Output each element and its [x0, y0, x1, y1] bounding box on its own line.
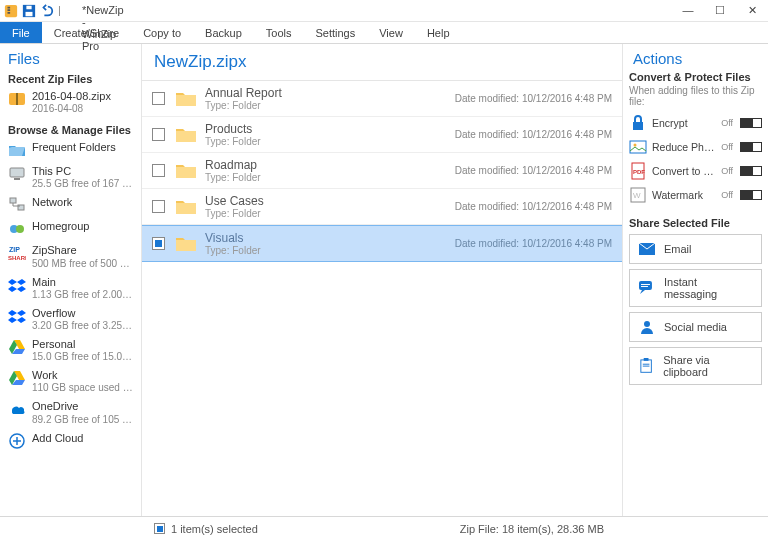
file-name: Roadmap	[205, 158, 261, 172]
ribbon-tab-copy-to[interactable]: Copy to	[131, 22, 193, 43]
file-name: Use Cases	[205, 194, 264, 208]
file-type: Type: Folder	[205, 245, 261, 256]
archive-title: NewZip.zipx	[142, 44, 622, 81]
checkbox[interactable]	[152, 200, 165, 213]
save-icon[interactable]	[22, 4, 36, 18]
share-social-button[interactable]: Social media	[629, 312, 762, 342]
sidebar-item-network[interactable]: Network	[4, 193, 137, 217]
folder-icon	[175, 162, 197, 180]
minimize-button[interactable]: —	[676, 4, 700, 17]
toggle[interactable]	[740, 190, 762, 200]
svg-rect-2	[26, 11, 33, 15]
quick-access-toolbar: | *NewZip - WinZip Pro	[4, 4, 96, 18]
ribbon-tab-help[interactable]: Help	[415, 22, 462, 43]
ribbon-tab-backup[interactable]: Backup	[193, 22, 254, 43]
checkbox[interactable]	[152, 128, 165, 141]
share-clipboard-button[interactable]: Share via clipboard	[629, 347, 762, 385]
file-name: Annual Report	[205, 86, 282, 100]
file-date: Date modified: 10/12/2016 4:48 PM	[455, 165, 612, 176]
ribbon-tab-tools[interactable]: Tools	[254, 22, 304, 43]
svg-rect-0	[5, 4, 17, 16]
dropbox-icon	[8, 307, 26, 325]
title-bar: | *NewZip - WinZip Pro — ☐ ✕	[0, 0, 768, 22]
file-date: Date modified: 10/12/2016 4:48 PM	[455, 93, 612, 104]
sidebar-item-zipshare[interactable]: ZIPSHARE ZipShare500 MB free of 500 MB	[4, 241, 137, 272]
svg-rect-3	[26, 5, 31, 9]
homegroup-icon	[8, 220, 26, 238]
toggle[interactable]	[740, 166, 762, 176]
ribbon-file-tab[interactable]: File	[0, 22, 42, 43]
folder-icon	[175, 235, 197, 253]
network-icon	[8, 196, 26, 214]
ribbon-tab-settings[interactable]: Settings	[303, 22, 367, 43]
svg-text:PDF: PDF	[633, 169, 645, 175]
svg-text:SHARE: SHARE	[8, 255, 26, 261]
sidebar-item-main[interactable]: Main1.13 GB free of 2.00 GB	[4, 273, 137, 304]
file-type: Type: Folder	[205, 136, 261, 147]
svg-rect-25	[641, 286, 648, 287]
checkbox[interactable]	[152, 92, 165, 105]
undo-icon[interactable]	[40, 4, 54, 18]
status-bar: 1 item(s) selected Zip File: 18 item(s),…	[0, 516, 768, 540]
file-type: Type: Folder	[205, 172, 261, 183]
checkbox[interactable]	[152, 164, 165, 177]
onedrive-icon	[8, 400, 26, 418]
svg-rect-28	[644, 358, 649, 361]
sidebar-item-work[interactable]: Work110 GB space used of unl...	[4, 366, 137, 397]
pdf-icon: PDF	[629, 162, 647, 180]
option-reduce-photos[interactable]: Reduce Photos Off	[629, 135, 762, 159]
sidebar-item-this-pc[interactable]: This PC25.5 GB free of 167 GB	[4, 162, 137, 193]
svg-text:ZIP: ZIP	[9, 246, 20, 253]
sidebar-item-onedrive[interactable]: OneDrive89.2 GB free of 105 GB	[4, 397, 137, 428]
svg-rect-7	[14, 178, 20, 180]
browse-section-label: Browse & Manage Files	[8, 124, 137, 136]
window-title: *NewZip - WinZip Pro	[82, 4, 96, 18]
recent-section-label: Recent Zip Files	[8, 73, 137, 85]
file-name: Products	[205, 122, 261, 136]
file-row[interactable]: RoadmapType: FolderDate modified: 10/12/…	[142, 153, 622, 189]
close-button[interactable]: ✕	[740, 4, 764, 17]
sidebar-item-add-cloud[interactable]: Add Cloud	[4, 429, 137, 453]
checkbox[interactable]	[152, 237, 165, 250]
google-drive-icon	[8, 338, 26, 356]
file-row[interactable]: Use CasesType: FolderDate modified: 10/1…	[142, 189, 622, 225]
sidebar-item-homegroup[interactable]: Homegroup	[4, 217, 137, 241]
option-convert-pdf[interactable]: PDF Convert to PDF Off	[629, 159, 762, 183]
sidebar-item-personal[interactable]: Personal15.0 GB free of 15.0 GB	[4, 335, 137, 366]
toggle[interactable]	[740, 142, 762, 152]
svg-rect-23	[639, 281, 652, 290]
share-im-button[interactable]: Instant messaging	[629, 269, 762, 307]
winzip-icon	[4, 4, 18, 18]
ribbon-bar: File Create/Share Copy to Backup Tools S…	[0, 22, 768, 44]
file-row[interactable]: ProductsType: FolderDate modified: 10/12…	[142, 117, 622, 153]
file-date: Date modified: 10/12/2016 4:48 PM	[455, 201, 612, 212]
svg-rect-24	[641, 284, 650, 285]
status-zip-info: Zip File: 18 item(s), 28.36 MB	[460, 523, 604, 535]
share-email-button[interactable]: Email	[629, 234, 762, 264]
left-panel: Files Recent Zip Files 2016-04-08.zipx20…	[0, 44, 142, 516]
center-panel: NewZip.zipx Annual ReportType: FolderDat…	[142, 44, 623, 516]
status-selected: 1 item(s) selected	[154, 523, 258, 535]
ribbon-tab-create-share[interactable]: Create/Share	[42, 22, 131, 43]
clipboard-icon	[638, 358, 655, 374]
svg-text:W: W	[633, 191, 641, 200]
ribbon-tab-view[interactable]: View	[367, 22, 415, 43]
file-name: Visuals	[205, 231, 261, 245]
sidebar-item-overflow[interactable]: Overflow3.20 GB free of 3.25 GB	[4, 304, 137, 335]
share-section-label: Share Selected File	[629, 217, 762, 229]
toggle[interactable]	[740, 118, 762, 128]
option-encrypt[interactable]: Encrypt Off	[629, 111, 762, 135]
svg-rect-5	[16, 93, 18, 105]
svg-point-11	[16, 225, 24, 233]
zip-file-icon	[8, 90, 26, 108]
file-type: Type: Folder	[205, 208, 264, 219]
chat-icon	[638, 280, 656, 296]
sidebar-item-frequent-folders[interactable]: Frequent Folders	[4, 138, 137, 162]
folder-open-icon	[8, 141, 26, 159]
svg-rect-8	[10, 198, 16, 203]
option-watermark[interactable]: W Watermark Off	[629, 183, 762, 207]
file-row[interactable]: VisualsType: FolderDate modified: 10/12/…	[142, 225, 622, 262]
maximize-button[interactable]: ☐	[708, 4, 732, 17]
file-row[interactable]: Annual ReportType: FolderDate modified: …	[142, 81, 622, 117]
recent-zip-item[interactable]: 2016-04-08.zipx2016-04-08	[4, 87, 137, 118]
